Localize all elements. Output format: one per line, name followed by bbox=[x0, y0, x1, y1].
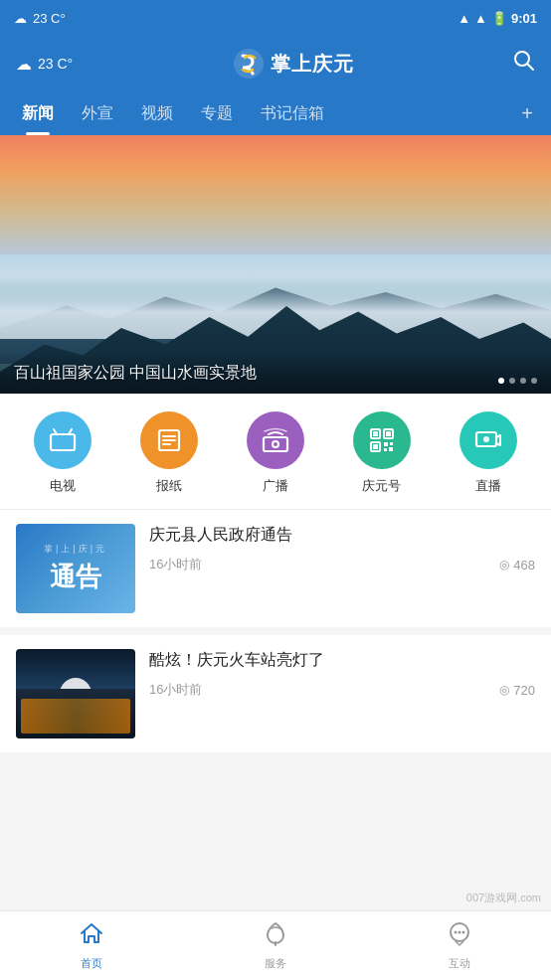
news-title-2: 酷炫！庆元火车站亮灯了 bbox=[149, 649, 535, 671]
views-count-2: 720 bbox=[513, 683, 535, 698]
svg-point-0 bbox=[234, 49, 264, 79]
status-left: ☁ 23 C° bbox=[14, 11, 66, 26]
wifi-icon: ▲ bbox=[458, 11, 470, 26]
news-views-2: ◎ 720 bbox=[499, 683, 535, 698]
live-icon-circle bbox=[459, 411, 517, 469]
signal-icon: ▲ bbox=[474, 11, 487, 26]
news-item-1[interactable]: 掌|上|庆|元 通告 庆元县人民政府通告 16小时前 ◎ 468 bbox=[0, 510, 551, 627]
service-label: 服务 bbox=[265, 956, 286, 971]
svg-rect-22 bbox=[389, 447, 393, 451]
dot-1 bbox=[498, 378, 504, 384]
news-time-2: 16小时前 bbox=[149, 681, 202, 699]
service-icon bbox=[263, 920, 288, 952]
qr-icon-circle bbox=[353, 411, 411, 469]
status-right: ▲ ▲ 🔋 9:01 bbox=[458, 11, 537, 26]
svg-rect-21 bbox=[384, 448, 387, 451]
svg-point-12 bbox=[273, 441, 278, 447]
tab-more-button[interactable]: + bbox=[511, 102, 543, 125]
banner-dots bbox=[498, 378, 537, 384]
quick-icons-bar: 电视 报纸 广播 bbox=[0, 394, 551, 510]
quick-icon-qingyuanhao[interactable]: 庆元号 bbox=[353, 411, 411, 495]
thumb-notice-text: 通告 bbox=[50, 560, 101, 594]
svg-rect-16 bbox=[386, 431, 391, 436]
weather-temp: 23 C° bbox=[38, 56, 73, 72]
bottom-nav: 首页 服务 互动 bbox=[0, 910, 551, 980]
news-thumb-2: ▶ bbox=[16, 649, 135, 738]
tab-video[interactable]: 视频 bbox=[127, 91, 187, 135]
svg-rect-18 bbox=[373, 444, 378, 449]
views-count-1: 468 bbox=[513, 558, 535, 572]
svg-rect-19 bbox=[384, 442, 388, 446]
news-meta-1: 16小时前 ◎ 468 bbox=[149, 556, 535, 573]
svg-point-28 bbox=[461, 931, 464, 934]
cloud-icon: ☁ bbox=[14, 11, 27, 26]
time: 9:01 bbox=[511, 11, 537, 26]
logo-area: 掌上庆元 bbox=[233, 48, 354, 80]
tab-news[interactable]: 新闻 bbox=[8, 91, 68, 135]
qingyuanhao-label: 庆元号 bbox=[362, 477, 401, 495]
svg-point-24 bbox=[483, 436, 489, 442]
interact-label: 互动 bbox=[449, 956, 470, 971]
newspaper-label: 报纸 bbox=[156, 477, 182, 495]
top-nav: ☁ 23 C° 掌上庆元 bbox=[0, 36, 551, 91]
tv-icon-circle bbox=[34, 411, 92, 469]
svg-rect-11 bbox=[264, 437, 287, 451]
news-title-1: 庆元县人民政府通告 bbox=[149, 524, 535, 546]
news-content-2: 酷炫！庆元火车站亮灯了 16小时前 ◎ 720 bbox=[149, 649, 535, 699]
home-icon bbox=[79, 920, 104, 952]
news-content-1: 庆元县人民政府通告 16小时前 ◎ 468 bbox=[149, 524, 535, 573]
radio-label: 广播 bbox=[263, 477, 288, 495]
quick-icon-newspaper[interactable]: 报纸 bbox=[140, 411, 198, 495]
bottom-nav-service[interactable]: 服务 bbox=[184, 920, 368, 971]
battery-icon: 🔋 bbox=[491, 11, 507, 26]
dot-2 bbox=[509, 378, 515, 384]
bottom-nav-interact[interactable]: 互动 bbox=[367, 920, 551, 971]
interact-icon bbox=[447, 920, 472, 952]
banner-overlay: 百山祖国家公园 中国山水画实景地 bbox=[0, 353, 551, 394]
tab-bar: 新闻 外宣 视频 专题 书记信箱 + bbox=[0, 91, 551, 135]
news-list: 掌|上|庆|元 通告 庆元县人民政府通告 16小时前 ◎ 468 ▶ bbox=[0, 510, 551, 752]
banner-title: 百山祖国家公园 中国山水画实景地 bbox=[14, 363, 537, 384]
svg-rect-20 bbox=[390, 442, 393, 445]
svg-point-26 bbox=[454, 931, 457, 934]
news-time-1: 16小时前 bbox=[149, 556, 202, 573]
home-label: 首页 bbox=[81, 956, 102, 971]
notice-thumb: 掌|上|庆|元 通告 bbox=[16, 524, 135, 613]
watermark: 007游戏网.com bbox=[466, 891, 541, 905]
eye-icon-1: ◎ bbox=[499, 558, 509, 572]
news-views-1: ◎ 468 bbox=[499, 558, 535, 572]
quick-icon-live[interactable]: 直播 bbox=[459, 411, 517, 495]
svg-point-27 bbox=[458, 931, 460, 934]
tab-special[interactable]: 专题 bbox=[187, 91, 247, 135]
app-title: 掌上庆元 bbox=[271, 51, 354, 78]
tab-mailbox[interactable]: 书记信箱 bbox=[247, 91, 338, 135]
search-button[interactable] bbox=[513, 50, 535, 78]
quick-icon-radio[interactable]: 广播 bbox=[247, 411, 304, 495]
news-thumb-1: 掌|上|庆|元 通告 bbox=[16, 524, 135, 613]
status-bar: ☁ 23 C° ▲ ▲ 🔋 9:01 bbox=[0, 0, 551, 36]
dot-4 bbox=[531, 378, 537, 384]
app-logo-icon bbox=[233, 48, 265, 80]
hero-banner[interactable]: 百山祖国家公园 中国山水画实景地 bbox=[0, 135, 551, 394]
svg-rect-14 bbox=[373, 431, 378, 436]
news-meta-2: 16小时前 ◎ 720 bbox=[149, 681, 535, 699]
bottom-nav-home[interactable]: 首页 bbox=[0, 920, 184, 971]
news-item-2[interactable]: ▶ 酷炫！庆元火车站亮灯了 16小时前 ◎ 720 bbox=[0, 635, 551, 752]
live-label: 直播 bbox=[475, 477, 501, 495]
tv-label: 电视 bbox=[50, 477, 76, 495]
temperature: 23 C° bbox=[33, 11, 66, 26]
quick-icon-tv[interactable]: 电视 bbox=[34, 411, 92, 495]
dot-3 bbox=[520, 378, 526, 384]
newspaper-icon-circle bbox=[140, 411, 198, 469]
weather-cloud-icon: ☁ bbox=[16, 55, 32, 74]
eye-icon-2: ◎ bbox=[499, 683, 509, 697]
thumb-header: 掌|上|庆|元 bbox=[44, 543, 107, 556]
banner-sky bbox=[0, 135, 551, 254]
svg-line-2 bbox=[527, 64, 533, 70]
video-thumb: ▶ bbox=[16, 649, 135, 738]
radio-icon-circle bbox=[247, 411, 304, 469]
tab-xuanzhuan[interactable]: 外宣 bbox=[68, 91, 127, 135]
svg-rect-3 bbox=[51, 434, 75, 450]
weather-area: ☁ 23 C° bbox=[16, 55, 73, 74]
